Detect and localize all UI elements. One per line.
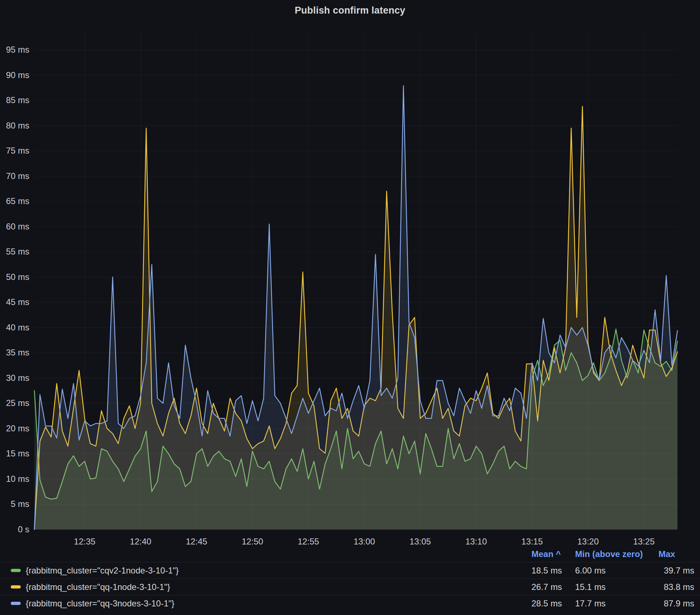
series-color-swatch-green [11,569,21,572]
x-tick-label: 13:25 [633,537,655,546]
legend-table: Mean ^ Min (above zero) Max {rabbitmq_cl… [0,546,700,611]
y-tick-label: 30 ms [6,373,29,383]
stat-min-value: 15.1 ms [575,582,658,592]
series-color-swatch-yellow [11,585,21,589]
legend-row-qq-1node[interactable]: {rabbitmq_cluster="qq-1node-3-10-1"} 26.… [0,578,700,595]
x-tick-label: 12:50 [242,537,263,546]
stat-min-value: 17.7 ms [575,599,658,609]
legend-sort-max-header[interactable]: Max [658,549,694,559]
x-tick-label: 12:45 [186,537,207,546]
y-tick-label: 5 ms [11,499,29,509]
x-tick-label: 13:20 [577,537,599,546]
series-label[interactable]: {rabbitmq_cluster="qq-3nodes-3-10-1"} [26,599,174,609]
legend-sort-mean-header[interactable]: Mean ^ [531,549,575,559]
y-tick-label: 50 ms [6,272,29,282]
y-tick-label: 65 ms [6,196,29,206]
x-tick-label: 13:05 [409,537,431,546]
x-tick-label: 12:55 [298,537,319,546]
legend-header-row: Mean ^ Min (above zero) Max [0,546,700,562]
y-tick-label: 70 ms [6,171,29,181]
latency-time-series-chart[interactable]: 0 s5 ms10 ms15 ms20 ms25 ms30 ms35 ms40 … [0,0,700,549]
legend-sort-min-header[interactable]: Min (above zero) [575,549,658,559]
x-tick-label: 13:15 [521,537,543,546]
x-tick-label: 13:10 [465,537,487,546]
y-tick-label: 35 ms [6,348,29,357]
series-label[interactable]: {rabbitmq_cluster="qq-1node-3-10-1"} [26,582,170,592]
y-tick-label: 95 ms [6,45,29,54]
stat-mean-value: 28.5 ms [531,599,575,609]
stat-max-value: 87.9 ms [658,599,694,609]
x-tick-label: 12:35 [74,537,96,546]
y-tick-label: 85 ms [6,95,29,105]
y-tick-label: 40 ms [6,323,29,332]
legend-row-cqv2-1node[interactable]: {rabbitmq_cluster="cqv2-1node-3-10-1"} 1… [0,562,700,578]
stat-min-value: 6.00 ms [575,566,658,576]
y-tick-label: 10 ms [6,474,29,484]
legend-row-qq-3nodes[interactable]: {rabbitmq_cluster="qq-3nodes-3-10-1"} 28… [0,595,700,611]
y-tick-label: 25 ms [6,398,29,408]
y-tick-label: 90 ms [6,70,29,80]
y-tick-label: 60 ms [6,222,29,231]
stat-max-value: 83.8 ms [658,582,694,592]
y-tick-label: 45 ms [6,297,29,307]
x-tick-label: 12:40 [130,537,151,546]
y-tick-label: 15 ms [6,449,29,458]
stat-mean-value: 18.5 ms [531,566,575,576]
y-tick-label: 55 ms [6,247,29,256]
series-color-swatch-blue [11,602,21,605]
stat-max-value: 39.7 ms [658,566,694,576]
y-tick-label: 75 ms [6,146,29,155]
y-tick-label: 80 ms [6,121,29,130]
y-tick-label: 0 s [18,524,29,534]
y-tick-label: 20 ms [6,423,29,433]
x-tick-label: 13:00 [354,537,375,546]
stat-mean-value: 26.7 ms [531,582,575,592]
series-label[interactable]: {rabbitmq_cluster="cqv2-1node-3-10-1"} [26,566,179,576]
